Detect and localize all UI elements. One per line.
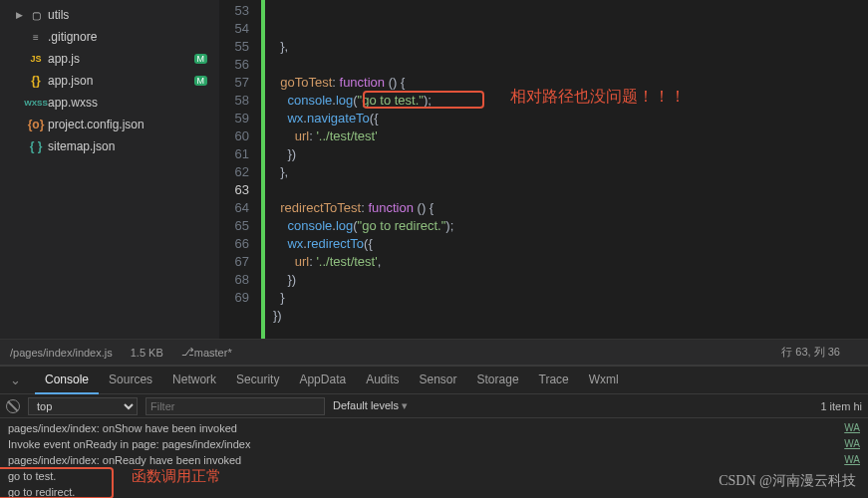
tab-appdata[interactable]: AppData bbox=[289, 367, 356, 394]
filter-input[interactable] bbox=[145, 397, 325, 415]
devtools-panel: ⌄ ConsoleSourcesNetworkSecurityAppDataAu… bbox=[0, 365, 868, 498]
clear-console-icon[interactable] bbox=[6, 399, 20, 413]
tab-console[interactable]: Console bbox=[35, 367, 99, 394]
collapse-icon[interactable]: ⌄ bbox=[10, 373, 21, 387]
tab-storage[interactable]: Storage bbox=[467, 367, 529, 394]
line-gutter: 5354555657585960616263646566676869 bbox=[219, 0, 265, 339]
annotation-relative-path: 相对路径也没问题！！！ bbox=[510, 88, 686, 106]
file--gitignore[interactable]: .gitignore bbox=[0, 26, 219, 48]
highlight-log-box bbox=[0, 467, 114, 498]
status-branch[interactable]: ⎇ master* bbox=[181, 346, 232, 359]
file-app-json[interactable]: {}app.jsonM bbox=[0, 70, 219, 92]
console-log-row: pages/index/index: onReady have been inv… bbox=[8, 452, 860, 468]
file-project-config-json[interactable]: {o}project.config.json bbox=[0, 114, 219, 135]
tab-sources[interactable]: Sources bbox=[99, 367, 162, 394]
code-editor[interactable]: 5354555657585960616263646566676869 }, go… bbox=[219, 0, 868, 339]
file-utils[interactable]: ▶utils bbox=[0, 4, 219, 26]
console-log-row: go to redirect. bbox=[8, 484, 860, 498]
console-output[interactable]: pages/index/index: onShow have been invo… bbox=[0, 418, 868, 498]
status-path: /pages/index/index.js bbox=[10, 347, 113, 359]
console-toolbar: top Default levels 1 item hi bbox=[0, 394, 868, 418]
tab-network[interactable]: Network bbox=[162, 367, 226, 394]
status-size: 1.5 KB bbox=[131, 347, 163, 359]
tab-security[interactable]: Security bbox=[226, 367, 289, 394]
console-log-row: Invoke event onReady in page: pages/inde… bbox=[8, 436, 860, 452]
file-app-js[interactable]: JSapp.jsM bbox=[0, 48, 219, 70]
file-explorer: ▶utils.gitignoreJSapp.jsM{}app.jsonMWXSS… bbox=[0, 0, 219, 339]
file-sitemap-json[interactable]: { }sitemap.json bbox=[0, 135, 219, 157]
devtools-tabs: ⌄ ConsoleSourcesNetworkSecurityAppDataAu… bbox=[0, 367, 868, 394]
code-area[interactable]: }, goToTest: function () { console.log("… bbox=[265, 0, 868, 339]
tab-wxml[interactable]: Wxml bbox=[579, 367, 629, 394]
log-levels-select[interactable]: Default levels bbox=[333, 399, 408, 412]
context-select[interactable]: top bbox=[28, 397, 138, 415]
highlight-url-box bbox=[363, 91, 484, 109]
hidden-items-label: 1 item hi bbox=[820, 400, 862, 412]
file-app-wxss[interactable]: WXSSapp.wxss bbox=[0, 92, 219, 114]
tab-trace[interactable]: Trace bbox=[529, 367, 579, 394]
tab-audits[interactable]: Audits bbox=[356, 367, 409, 394]
annotation-function-call: 函数调用正常 bbox=[132, 468, 221, 484]
console-log-row: pages/index/index: onShow have been invo… bbox=[8, 420, 860, 436]
tab-sensor[interactable]: Sensor bbox=[410, 367, 467, 394]
